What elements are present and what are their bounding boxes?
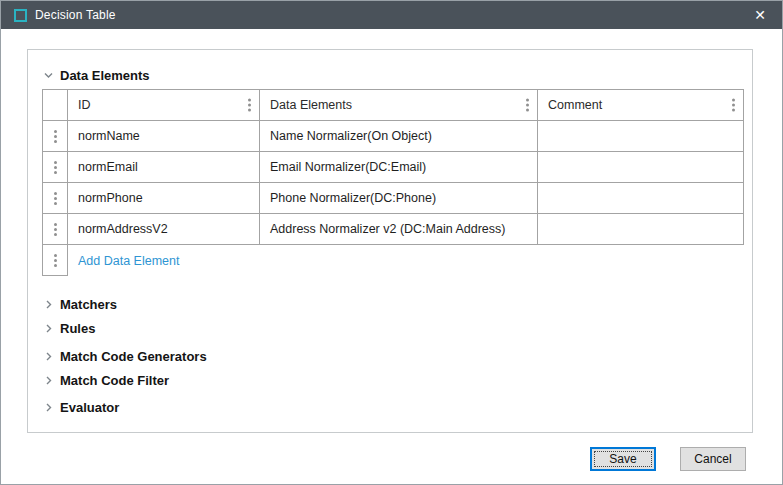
- save-button[interactable]: Save: [590, 447, 656, 471]
- column-menu-icon[interactable]: [526, 99, 529, 112]
- column-header-id[interactable]: ID: [68, 90, 260, 121]
- window-icon: [14, 9, 27, 22]
- cell-id[interactable]: normPhone: [68, 183, 260, 214]
- chevron-down-icon: [40, 70, 56, 81]
- row-drag-handle[interactable]: [43, 121, 68, 152]
- section-label: Match Code Filter: [60, 373, 169, 388]
- cell-id[interactable]: normAddressV2: [68, 214, 260, 245]
- accordion-panel: Data Elements ID Data Elements Comment n…: [27, 49, 753, 433]
- drag-handle-icon: [54, 161, 57, 174]
- cell-data-element[interactable]: Phone Normalizer(DC:Phone): [260, 183, 538, 214]
- section-label: Matchers: [60, 297, 117, 312]
- window-title: Decision Table: [35, 8, 116, 22]
- cell-data-element[interactable]: Email Normalizer(DC:Email): [260, 152, 538, 183]
- section-header-evaluator[interactable]: Evaluator: [40, 395, 752, 419]
- dialog-footer: Save Cancel: [590, 447, 746, 471]
- drag-handle-icon: [54, 192, 57, 205]
- drag-handle-icon: [54, 130, 57, 143]
- row-drag-handle[interactable]: [43, 152, 68, 183]
- chevron-right-icon: [40, 299, 56, 310]
- row-drag-handle[interactable]: [43, 245, 68, 276]
- cell-id[interactable]: normEmail: [68, 152, 260, 183]
- section-header-match-code-generators[interactable]: Match Code Generators: [40, 344, 752, 368]
- column-header-data-elements[interactable]: Data Elements: [260, 90, 538, 121]
- section-label: Evaluator: [60, 400, 119, 415]
- chevron-right-icon: [40, 375, 56, 386]
- decision-table-dialog: Decision Table ✕ Data Elements ID Data E…: [0, 0, 783, 485]
- drag-handle-icon: [54, 223, 57, 236]
- column-menu-icon[interactable]: [732, 99, 735, 112]
- section-header-match-code-filter[interactable]: Match Code Filter: [40, 368, 752, 392]
- cell-comment[interactable]: [538, 121, 744, 152]
- row-drag-handle[interactable]: [43, 214, 68, 245]
- cell-comment[interactable]: [538, 152, 744, 183]
- table-corner-cell: [43, 90, 68, 121]
- cell-data-element[interactable]: Name Normalizer(On Object): [260, 121, 538, 152]
- cell-id[interactable]: normName: [68, 121, 260, 152]
- chevron-right-icon: [40, 351, 56, 362]
- row-drag-handle[interactable]: [43, 183, 68, 214]
- add-data-element-link[interactable]: Add Data Element: [78, 254, 179, 268]
- cell-comment[interactable]: [538, 183, 744, 214]
- section-header-rules[interactable]: Rules: [40, 316, 752, 340]
- chevron-right-icon: [40, 323, 56, 334]
- column-menu-icon[interactable]: [248, 99, 251, 112]
- cell-data-element[interactable]: Address Normalizer v2 (DC:Main Address): [260, 214, 538, 245]
- cancel-button[interactable]: Cancel: [680, 447, 746, 471]
- section-label: Data Elements: [60, 68, 150, 83]
- add-row: Add Data Element: [68, 245, 744, 276]
- chevron-right-icon: [40, 402, 56, 413]
- cell-comment[interactable]: [538, 214, 744, 245]
- column-header-comment[interactable]: Comment: [538, 90, 744, 121]
- close-button[interactable]: ✕: [738, 1, 782, 29]
- collapsed-sections: Matchers Rules Match Code Generators Mat…: [40, 292, 752, 419]
- section-header-data-elements[interactable]: Data Elements: [40, 63, 752, 87]
- section-label: Rules: [60, 321, 95, 336]
- drag-handle-icon: [54, 254, 57, 267]
- titlebar: Decision Table ✕: [1, 1, 782, 29]
- section-label: Match Code Generators: [60, 349, 207, 364]
- section-header-matchers[interactable]: Matchers: [40, 292, 752, 316]
- close-icon: ✕: [754, 7, 766, 23]
- data-elements-table: ID Data Elements Comment normName Name N…: [42, 89, 744, 276]
